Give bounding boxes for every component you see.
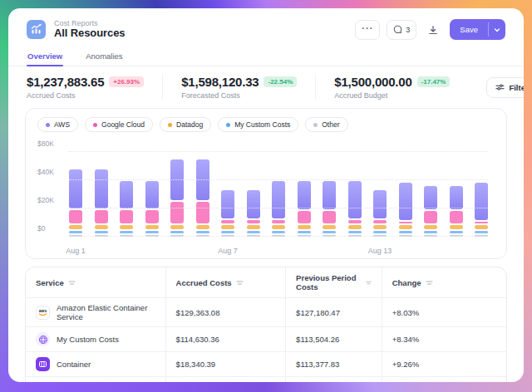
change-cell: +9.26% xyxy=(382,352,506,376)
sort-icon[interactable] xyxy=(366,280,372,286)
legend-label: Datadog xyxy=(176,120,203,129)
download-icon xyxy=(428,25,438,35)
column-header-service[interactable]: Service xyxy=(26,267,165,297)
bar-day-15[interactable] xyxy=(424,186,437,237)
bar-day-10[interactable] xyxy=(298,181,311,237)
filter-button[interactable]: Filter xyxy=(486,77,524,98)
sort-icon[interactable] xyxy=(426,280,433,286)
previous-period-costs-cell: $127,180.47 xyxy=(285,298,382,326)
segment-datadog xyxy=(247,225,260,229)
bar-day-3[interactable] xyxy=(120,181,133,237)
header: Cost Reports All Resources ··· 3 Save xyxy=(8,8,524,40)
legend-pill-google-cloud[interactable]: Google Cloud xyxy=(85,117,153,132)
chevron-down-icon xyxy=(494,27,500,33)
legend-pill-my-custom-costs[interactable]: My Custom Costs xyxy=(218,117,298,132)
table-row-my-custom-costs[interactable]: My Custom Costs$114,630.36$113,504.26+8.… xyxy=(26,326,506,351)
column-header-accrued-costs[interactable]: Accrued Costs xyxy=(165,267,286,297)
segment-my-custom-costs xyxy=(95,231,108,233)
delta-badge: -22.54% xyxy=(264,76,297,87)
segment-my-custom-costs xyxy=(196,231,209,233)
accrued-costs-cell: $114,630.36 xyxy=(165,327,286,351)
legend-label: My Custom Costs xyxy=(234,120,290,129)
column-header-label: Change xyxy=(392,278,421,287)
bar-day-7[interactable] xyxy=(221,190,234,237)
y-axis-tick: $40K xyxy=(37,168,62,176)
comments-button[interactable]: 3 xyxy=(387,20,416,40)
save-dropdown-button[interactable] xyxy=(489,19,505,40)
comments-count: 3 xyxy=(406,26,410,34)
bar-day-11[interactable] xyxy=(323,181,336,237)
segment-datadog xyxy=(221,225,234,229)
legend-pill-datadog[interactable]: Datadog xyxy=(160,117,211,132)
segment-aws xyxy=(399,183,412,221)
bar-day-8[interactable] xyxy=(247,190,260,237)
segment-google-cloud xyxy=(247,220,260,224)
download-button[interactable] xyxy=(423,20,443,40)
service-name: My Custom Costs xyxy=(57,335,119,344)
previous-period-costs-cell: $113,377.83 xyxy=(285,352,382,376)
legend-label: AWS xyxy=(54,120,70,129)
previous-period-costs-cell: $113,504.26 xyxy=(285,327,382,351)
sort-icon[interactable] xyxy=(68,280,76,286)
stat-label: Accrued Costs xyxy=(27,91,144,100)
legend-pill-other[interactable]: Other xyxy=(305,117,347,132)
more-button[interactable]: ··· xyxy=(355,20,380,40)
container-icon xyxy=(36,357,50,371)
legend-dot xyxy=(93,123,97,127)
segment-google-cloud xyxy=(120,210,133,224)
segment-aws xyxy=(424,186,437,210)
delta-badge: -17.47% xyxy=(417,76,451,87)
service-cell: Cloud Data Fusion xyxy=(26,377,165,382)
legend-label: Google Cloud xyxy=(101,120,145,129)
segment-my-custom-costs xyxy=(323,231,336,233)
y-axis-tick: $20K xyxy=(37,196,62,204)
service-cell: Container xyxy=(26,352,165,376)
bar-chart-icon xyxy=(31,24,42,35)
legend-pill-aws[interactable]: AWS xyxy=(37,117,78,132)
segment-aws xyxy=(120,181,133,208)
bar-day-13[interactable] xyxy=(373,190,387,237)
bar-day-4[interactable] xyxy=(145,181,159,237)
bar-day-6[interactable] xyxy=(196,159,209,237)
save-button[interactable]: Save xyxy=(450,19,488,40)
gridline xyxy=(69,151,488,152)
segment-datadog xyxy=(424,225,437,229)
bar-day-12[interactable] xyxy=(348,181,362,237)
sort-icon[interactable] xyxy=(236,280,244,286)
bar-day-14[interactable] xyxy=(399,183,412,237)
y-axis-tick: $0 xyxy=(37,224,62,233)
segment-my-custom-costs xyxy=(120,231,133,233)
accrued-costs-cell: $18,340.39 xyxy=(165,352,286,376)
segment-datadog xyxy=(95,225,108,229)
legend-dot xyxy=(46,123,50,127)
column-header-change[interactable]: Change xyxy=(382,267,506,297)
ellipsis-icon: ··· xyxy=(362,28,373,32)
segment-aws xyxy=(69,169,82,208)
segment-aws xyxy=(298,181,311,210)
bar-day-9[interactable] xyxy=(272,181,285,237)
segment-google-cloud xyxy=(298,211,311,223)
legend-dot xyxy=(226,123,230,127)
segment-my-custom-costs xyxy=(247,231,260,233)
bar-day-17[interactable] xyxy=(475,183,488,237)
table-row-container[interactable]: Container$18,340.39$113,377.83+9.26% xyxy=(26,351,506,376)
segment-datadog xyxy=(399,225,412,229)
bar-day-16[interactable] xyxy=(450,186,463,237)
column-header-previous-period-costs[interactable]: Previous Period Costs xyxy=(285,267,382,297)
table-row-amazon-elastic-container-service[interactable]: awsAmazon Elastic Container Service$129,… xyxy=(26,297,506,326)
tab-overview[interactable]: Overview xyxy=(27,47,63,66)
y-axis-tick: $80K xyxy=(37,140,62,148)
service-name: Amazon Elastic Container Service xyxy=(57,303,155,321)
segment-my-custom-costs xyxy=(298,231,311,233)
filter-sliders-icon xyxy=(495,83,505,91)
segment-my-custom-costs xyxy=(450,231,463,233)
bar-day-5[interactable] xyxy=(170,159,184,237)
table-header-row: ServiceAccrued CostsPrevious Period Cost… xyxy=(26,267,506,297)
change-cell: +8.03% xyxy=(382,298,506,326)
segment-my-custom-costs xyxy=(373,231,387,233)
tab-anomalies[interactable]: Anomalies xyxy=(85,47,123,66)
segment-datadog xyxy=(272,225,285,229)
service-cell: awsAmazon Elastic Container Service xyxy=(26,298,165,326)
table-row-cloud-data-fusion[interactable]: Cloud Data Fusion$17,349.37$17,349.37+16… xyxy=(26,376,506,382)
segment-datadog xyxy=(475,225,488,229)
